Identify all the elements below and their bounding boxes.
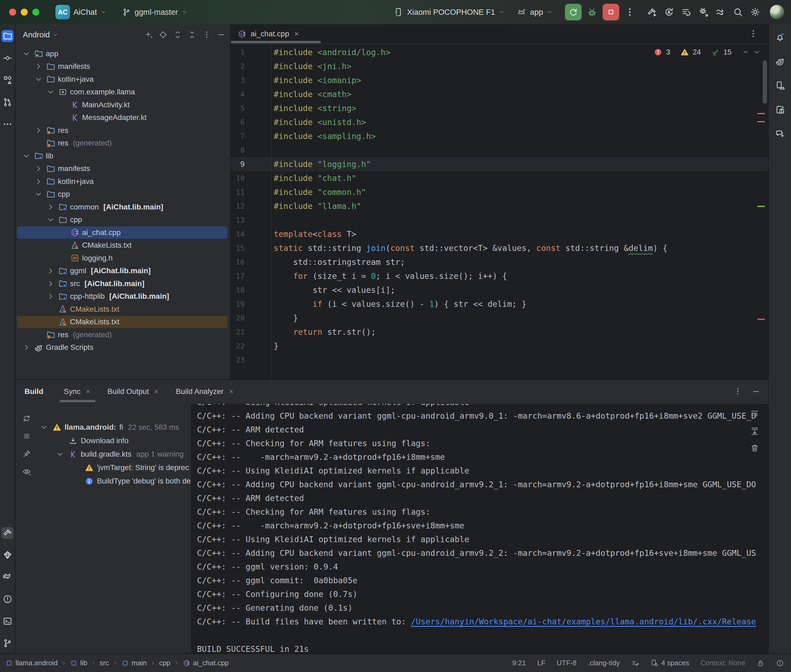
problems-tool-button[interactable] <box>2 593 13 605</box>
tree-item-mainactivity-kt[interactable]: MainActivity.kt <box>15 98 230 111</box>
structure-tool-button[interactable] <box>2 74 13 86</box>
tab-build-analyzer[interactable]: Build Analyzer <box>168 380 242 403</box>
tree-item-manifests[interactable]: manifests <box>15 162 230 175</box>
code-line-10[interactable]: 10#include "chat.h" <box>231 171 769 185</box>
chevron-down-icon[interactable] <box>55 450 66 459</box>
code-line-14[interactable]: 14template<class T> <box>231 227 769 241</box>
breadcrumb-llama-android[interactable]: llama.android <box>5 659 58 667</box>
debug-button[interactable] <box>586 5 599 19</box>
file-encoding[interactable]: UTF-8 <box>557 659 577 667</box>
device-mirror-button[interactable] <box>714 5 727 19</box>
code-line-2[interactable]: 2#include <jni.h> <box>231 59 769 74</box>
chevron-down-icon[interactable] <box>45 87 56 96</box>
clear-all-icon[interactable] <box>750 443 759 453</box>
build-tree-item[interactable]: llama.android: fi22 sec, 583 ms <box>39 421 191 434</box>
hide-panel-icon[interactable] <box>217 30 226 39</box>
previous-problem-icon[interactable] <box>742 48 749 56</box>
code-line-21[interactable]: 21 return str.str(); <box>231 325 769 339</box>
attach-debugger-button[interactable] <box>697 5 710 19</box>
tree-item-cmakelists-txt[interactable]: CMakeLists.txt <box>15 303 230 316</box>
tree-item-messageadapter-kt[interactable]: MessageAdapter.kt <box>15 111 230 124</box>
run-configuration-selector[interactable]: app <box>512 5 556 20</box>
build-tree-item[interactable]: 'jvmTarget: String' is deprec <box>39 461 191 474</box>
tree-item-res[interactable]: res (generated) <box>15 137 230 150</box>
code-line-13[interactable]: 13 <box>231 213 769 227</box>
breadcrumb-lib[interactable]: lib <box>70 659 87 667</box>
add-icon[interactable] <box>144 30 153 39</box>
tree-item-kotlin-java[interactable]: kotlin+java <box>15 175 230 188</box>
tree-item-cmakelists-txt[interactable]: CMakeLists.txt <box>15 239 230 252</box>
search-everywhere-button[interactable] <box>731 5 745 19</box>
zoom-window-button[interactable] <box>32 9 39 16</box>
build-output-path-link[interactable]: /Users/hanyin/Workspace/ai-chat/examples… <box>411 617 756 626</box>
code-line-11[interactable]: 11#include "common.h" <box>231 185 769 199</box>
sync-project-button[interactable] <box>663 5 676 19</box>
project-tool-button[interactable] <box>2 30 13 42</box>
chevron-right-icon[interactable] <box>45 203 56 212</box>
code-line-22[interactable]: 22} <box>231 339 769 353</box>
tree-item-cpp[interactable]: cpp <box>15 188 230 201</box>
close-window-button[interactable] <box>9 9 16 16</box>
build-tree-item[interactable]: BuildType 'debug' is both de <box>39 474 191 488</box>
code-line-18[interactable]: 18 str << values[i]; <box>231 283 769 297</box>
filters-eye-icon[interactable] <box>22 467 32 477</box>
chevron-down-icon[interactable] <box>34 190 43 199</box>
collapse-all-icon[interactable] <box>188 30 197 39</box>
user-avatar[interactable] <box>770 5 785 20</box>
code-line-16[interactable]: 16 std::ostringstream str; <box>231 255 769 269</box>
stop-button[interactable] <box>603 4 619 21</box>
chevron-right-icon[interactable] <box>45 266 56 275</box>
close-icon[interactable] <box>293 30 300 37</box>
inspections-widget[interactable]: 3 24 15 <box>654 48 761 56</box>
running-devices-button[interactable] <box>774 104 786 116</box>
tab-sync[interactable]: Sync <box>56 380 99 403</box>
breadcrumb-ai-chat-cpp[interactable]: Cai_chat.cpp <box>183 659 229 667</box>
tab-build-output[interactable]: Build Output <box>99 380 168 403</box>
ai-context[interactable]: Context: None <box>701 659 745 667</box>
tree-item-lib[interactable]: lib <box>15 149 230 162</box>
error-stripe-mark[interactable] <box>757 318 765 320</box>
lock-icon[interactable] <box>757 659 765 667</box>
code-line-19[interactable]: 19 if (i < values.size() - 1) { str << d… <box>231 297 769 311</box>
code-style-config[interactable]: .clang-tidy <box>588 659 620 667</box>
change-stripe-mark[interactable] <box>757 206 765 207</box>
upgrade-assistant-button[interactable] <box>680 5 693 19</box>
terminal-tool-button[interactable] <box>2 615 13 627</box>
more-tool-windows-button[interactable] <box>2 118 13 130</box>
minimize-window-button[interactable] <box>21 9 28 16</box>
scroll-to-end-icon[interactable] <box>750 426 759 436</box>
error-stripe-mark[interactable] <box>757 121 765 122</box>
tree-item-src[interactable]: src [AiChat.lib.main] <box>15 277 230 290</box>
rerun-button[interactable] <box>565 4 582 21</box>
formatter-icon[interactable] <box>631 659 639 667</box>
build-tree-item[interactable]: Download info <box>39 434 191 448</box>
chevron-down-icon[interactable] <box>45 215 56 224</box>
device-manager-button[interactable] <box>774 80 786 91</box>
tree-item-logging-h[interactable]: logging.h <box>15 252 230 265</box>
tree-item-res[interactable]: res (generated) <box>15 328 230 341</box>
panel-options-icon[interactable] <box>733 387 742 396</box>
code-area[interactable]: 1#include <android/log.h>2#include <jni.… <box>231 44 769 379</box>
tree-item-common[interactable]: common [AiChat.lib.main] <box>15 201 230 213</box>
editor-options-icon[interactable] <box>748 29 759 39</box>
close-icon[interactable] <box>85 388 91 395</box>
more-run-actions-button[interactable] <box>623 5 637 19</box>
code-line-6[interactable]: 6#include <unistd.h> <box>231 115 769 130</box>
build-tool-button[interactable] <box>2 527 13 539</box>
chevron-down-icon[interactable] <box>34 75 43 84</box>
tree-item-cpp-httplib[interactable]: cpp-httplib [AiChat.lib.main] <box>15 290 230 303</box>
code-line-20[interactable]: 20 } <box>231 311 769 325</box>
tree-item-cpp[interactable]: cpp <box>15 213 230 226</box>
inspection-status-icon[interactable] <box>776 659 784 667</box>
chevron-right-icon[interactable] <box>34 177 43 186</box>
vcs-branch-widget[interactable]: ggml-master <box>118 5 191 19</box>
code-line-5[interactable]: 5#include <string> <box>231 101 769 115</box>
project-widget[interactable]: AC AiChat <box>52 3 110 21</box>
code-line-3[interactable]: 3#include <iomanip> <box>231 74 769 87</box>
settings-button[interactable] <box>748 5 762 19</box>
chevron-right-icon[interactable] <box>45 292 56 301</box>
build-console[interactable]: C/C++: -- Using KleidiAI optimized kerne… <box>191 404 769 654</box>
panel-options-icon[interactable] <box>202 30 211 39</box>
project-view-selector[interactable]: Android <box>23 30 58 39</box>
tree-item-ggml[interactable]: ggml [AiChat.lib.main] <box>15 265 230 277</box>
